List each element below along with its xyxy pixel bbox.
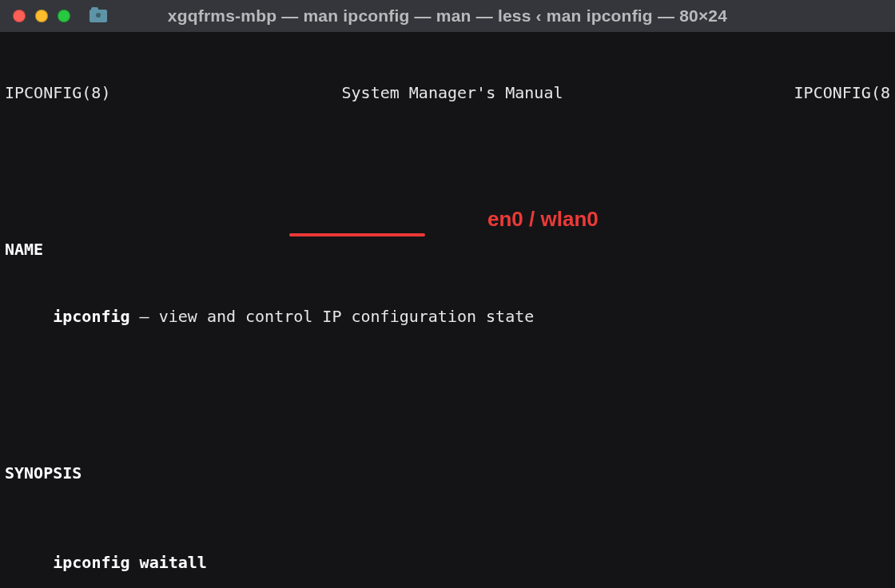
synopsis-line: ipconfig waitall <box>0 551 895 574</box>
traffic-lights <box>0 10 107 22</box>
titlebar[interactable]: xgqfrms-mbp — man ipconfig — man — less … <box>0 0 895 32</box>
folder-icon <box>90 10 107 22</box>
minimize-icon[interactable] <box>35 10 48 22</box>
annotation-text: en0 / wlan0 <box>487 208 599 230</box>
annotation-underline-icon <box>289 233 425 236</box>
man-header-center: System Manager's Manual <box>342 81 563 104</box>
blank-line <box>0 372 895 395</box>
zoom-icon[interactable] <box>58 10 70 22</box>
close-icon[interactable] <box>13 10 26 22</box>
terminal-window: xgqfrms-mbp — man ipconfig — man — less … <box>0 0 895 588</box>
section-synopsis: SYNOPSIS <box>0 462 895 484</box>
manpage-header: IPCONFIG(8) System Manager's Manual IPCO… <box>0 81 895 104</box>
blank-line <box>0 149 895 171</box>
terminal-viewport[interactable]: IPCONFIG(8) System Manager's Manual IPCO… <box>0 32 895 588</box>
man-header-left: IPCONFIG(8) <box>5 81 110 104</box>
section-name: NAME <box>0 238 895 260</box>
window-title: xgqfrms-mbp — man ipconfig — man — less … <box>0 6 895 26</box>
man-header-right: IPCONFIG(8 <box>794 81 890 104</box>
name-line: ipconfig – view and control IP configura… <box>0 305 895 328</box>
